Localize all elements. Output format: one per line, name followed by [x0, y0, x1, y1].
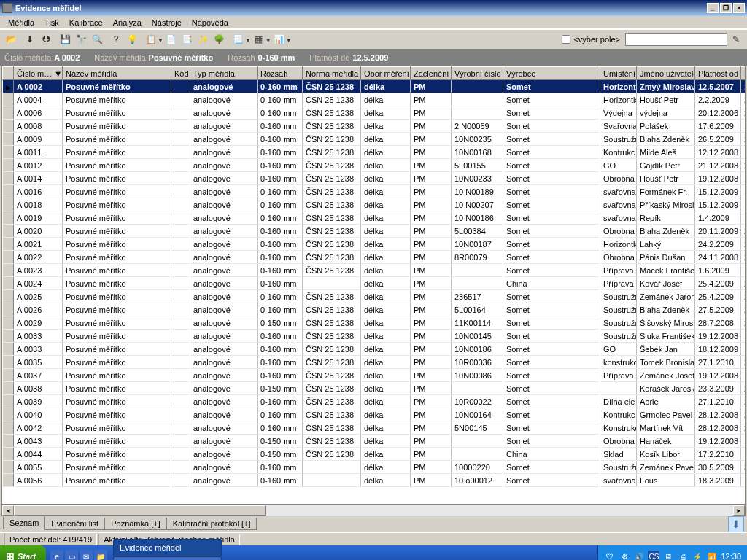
select-field-checkbox[interactable]: <vyber pole> — [562, 35, 620, 44]
ie-icon[interactable]: e — [50, 550, 63, 560]
table-row[interactable]: A 0040Posuvné měřítkoanalogové0-160 mmČS… — [3, 408, 746, 421]
table-row[interactable]: A 0029Posuvné měřítkoanalogové0-150 mmČS… — [3, 316, 746, 330]
desktop-icon[interactable]: ▭ — [65, 550, 78, 560]
table-row[interactable]: A 0016Posuvné měřítkoanalogové0-160 mmČS… — [3, 185, 746, 198]
binoculars-icon[interactable]: 🔭 — [73, 31, 89, 47]
menu-tisk[interactable]: Tisk — [39, 17, 64, 28]
table-row[interactable]: A 0002Posuvné měřítkoanalogové0-160 mmČS… — [3, 80, 746, 93]
minimize-button[interactable]: _ — [707, 3, 719, 13]
column-header[interactable] — [3, 67, 14, 80]
column-header[interactable]: Výrobce — [503, 67, 600, 80]
column-header[interactable]: Číslo m… ▼ — [14, 67, 63, 80]
column-header[interactable]: Platnost od — [695, 67, 741, 80]
wand-icon[interactable]: ✨ — [196, 31, 212, 47]
column-header[interactable]: Umístění — [600, 67, 637, 80]
table-row[interactable]: A 0014Posuvné měřítkoanalogové0-160 mmČS… — [3, 172, 746, 185]
grid-icon[interactable]: ▦ — [251, 31, 267, 47]
tray-icon[interactable]: ⚡ — [692, 551, 703, 560]
table-row[interactable]: A 0026Posuvné měřítkoanalogové0-160 mmČS… — [3, 303, 746, 316]
column-header[interactable]: Pla — [741, 67, 746, 80]
table-row[interactable]: A 0056Posuvné měřítkoanalogové0-160 mmdé… — [3, 474, 746, 487]
table-row[interactable]: A 0043Posuvné měřítkoanalogové0-150 mmČS… — [3, 435, 746, 448]
table-row[interactable]: A 0011Posuvné měřítkoanalogové0-160 mmČS… — [3, 146, 746, 159]
table-row[interactable]: A 0008Posuvné měřítkoanalogové0-160 mmČS… — [3, 120, 746, 133]
column-header[interactable]: Norma měřidla — [303, 67, 361, 80]
table-row[interactable]: A 0009Posuvné měřítkoanalogové0-160 mmČS… — [3, 133, 746, 146]
table-row[interactable]: A 0033Posuvné měřítkoanalogové0-160 mmČS… — [3, 330, 746, 343]
tab-1[interactable]: Evidenční list — [44, 518, 105, 530]
table-row[interactable]: A 0012Posuvné měřítkoanalogové0-160 mmČS… — [3, 159, 746, 172]
column-header[interactable]: Kód — [171, 67, 190, 80]
info-icon[interactable]: 💡 — [124, 31, 140, 47]
table-row[interactable]: A 0022Posuvné měřítkoanalogové0-160 mmČS… — [3, 251, 746, 264]
taskbar-task[interactable]: Doručená pošta - Outloo… — [113, 556, 222, 560]
start-button[interactable]: Start — [0, 545, 46, 560]
tray-icon[interactable]: 🛡 — [604, 551, 616, 560]
table-row[interactable]: A 0023Posuvné měřítkoanalogové0-160 mmČS… — [3, 264, 746, 277]
lang-indicator[interactable]: CS — [648, 551, 659, 560]
table-row[interactable]: A 0037Posuvné měřítkoanalogové0-160 mmČS… — [3, 369, 746, 382]
column-header[interactable]: Typ měřidla — [190, 67, 258, 80]
table-row[interactable]: A 0044Posuvné měřítkoanalogové0-150 mmČS… — [3, 448, 746, 461]
column-header[interactable]: Výrobní číslo — [452, 67, 503, 80]
table-row[interactable]: A 0021Posuvné měřítkoanalogové0-160 mmČS… — [3, 238, 746, 251]
multi-icon[interactable]: 📑 — [179, 31, 196, 47]
download-icon[interactable]: ⬇ — [728, 516, 744, 532]
tray-icon[interactable]: 📶 — [706, 551, 718, 560]
table-row[interactable]: A 0024Posuvné měřítkoanalogové0-160 mmdé… — [3, 277, 746, 290]
folder-icon[interactable]: 📂 — [3, 31, 19, 47]
tree-icon[interactable]: 🌳 — [212, 31, 228, 47]
column-header[interactable]: Jméno uživatele — [637, 67, 695, 80]
horizontal-scrollbar[interactable]: ◄ ► — [1, 505, 746, 516]
restore-button[interactable]: ❐ — [720, 3, 732, 13]
taskbar-task[interactable]: Evidence měřidel — [113, 539, 222, 556]
column-header[interactable]: Obor měření — [361, 67, 411, 80]
table-row[interactable]: A 0039Posuvné měřítkoanalogové0-160 mmČS… — [3, 395, 746, 408]
doc-icon[interactable]: 📃 — [231, 31, 247, 47]
copy-icon[interactable]: 📋 — [143, 31, 159, 47]
menu-analýza[interactable]: Analýza — [108, 17, 147, 28]
table-row[interactable]: A 0006Posuvné měřítkoanalogové0-160 mmČS… — [3, 106, 746, 120]
outlook-icon[interactable]: ✉ — [80, 550, 93, 560]
table-row[interactable]: A 0020Posuvné měřítkoanalogové0-160 mmČS… — [3, 225, 746, 238]
explorer-icon[interactable]: 📁 — [94, 550, 107, 560]
column-headers[interactable]: Číslo m… ▼Název měřidlaKódTyp měřidlaRoz… — [3, 67, 746, 80]
table-row[interactable]: A 0004Posuvné měřítkoanalogové0-160 mmČS… — [3, 93, 746, 106]
bold-down-icon[interactable]: ⮋ — [38, 31, 54, 47]
data-grid[interactable]: Číslo m… ▼Název měřidlaKódTyp měřidlaRoz… — [1, 66, 746, 505]
save-icon[interactable]: 💾 — [57, 31, 73, 47]
table-row[interactable]: A 0018Posuvné měřítkoanalogové0-160 mmČS… — [3, 198, 746, 211]
record-count: Počet měřidel: 419/419 — [4, 534, 97, 545]
help-icon[interactable]: ? — [108, 31, 124, 47]
clear-icon[interactable]: ✎ — [728, 31, 744, 47]
tab-3[interactable]: Kalibrační protokol [+] — [166, 518, 258, 530]
scroll-left-icon[interactable]: ◄ — [2, 505, 14, 516]
table-row[interactable]: A 0025Posuvné měřítkoanalogové0-160 mmČS… — [3, 290, 746, 303]
zoom-icon[interactable]: 🔍 — [89, 31, 105, 47]
arrow-down-icon[interactable]: ⬇ — [22, 31, 38, 47]
table-row[interactable]: A 0055Posuvné měřítkoanalogové0-160 mmdé… — [3, 461, 746, 474]
tray-icon[interactable]: 🖨 — [677, 551, 689, 560]
tray-icon[interactable]: 🖥 — [662, 551, 674, 560]
paste-icon[interactable]: 📄 — [163, 31, 179, 47]
table-row[interactable]: A 0035Posuvné měřítkoanalogové0-160 mmČS… — [3, 356, 746, 369]
menu-měřidla[interactable]: Měřidla — [3, 17, 39, 28]
table-row[interactable]: A 0019Posuvné měřítkoanalogové0-160 mmČS… — [3, 211, 746, 225]
close-button[interactable]: × — [733, 3, 745, 13]
tab-0[interactable]: Seznam — [3, 516, 45, 529]
tray-icon[interactable]: 🔊 — [633, 551, 645, 560]
column-header[interactable]: Rozsah — [258, 67, 303, 80]
column-header[interactable]: Název měřidla — [63, 67, 171, 80]
menu-nápověda[interactable]: Nápověda — [187, 17, 233, 28]
scroll-right-icon[interactable]: ► — [733, 505, 745, 516]
tab-2[interactable]: Poznámka [+] — [104, 518, 167, 530]
tray-icon[interactable]: ⚙ — [619, 551, 630, 560]
table-row[interactable]: A 0038Posuvné měřítkoanalogové0-150 mmČS… — [3, 382, 746, 395]
column-header[interactable]: Začlenění — [411, 67, 452, 80]
table-icon[interactable]: 📊 — [271, 31, 287, 47]
menu-nástroje[interactable]: Nástroje — [147, 17, 187, 28]
menu-kalibrace[interactable]: Kalibrace — [64, 17, 108, 28]
select-field-input[interactable] — [625, 33, 727, 46]
table-row[interactable]: A 0033Posuvné měřítkoanalogové0-160 mmČS… — [3, 343, 746, 356]
table-row[interactable]: A 0042Posuvné měřítkoanalogové0-160 mmČS… — [3, 421, 746, 435]
